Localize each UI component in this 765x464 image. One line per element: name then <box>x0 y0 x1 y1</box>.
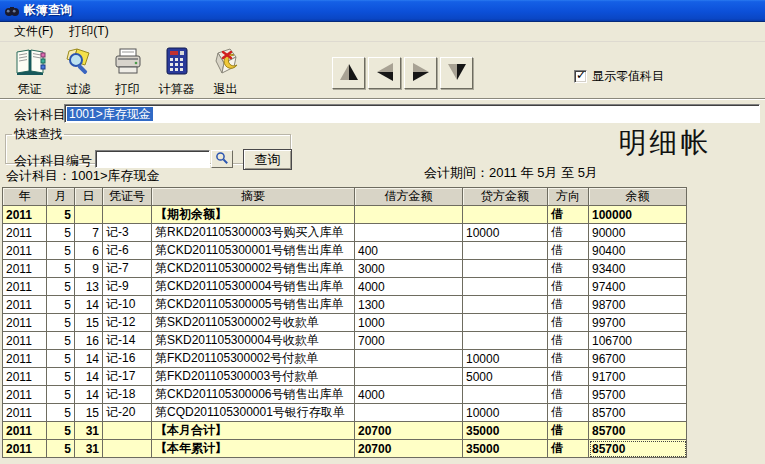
cell-summary[interactable]: 第CKD201105300002号销售出库单 <box>152 260 355 278</box>
filter-button[interactable]: 过滤 <box>55 44 102 96</box>
cell-balance[interactable]: 96700 <box>589 350 687 368</box>
table-row[interactable]: 2011515记-20第CQD201105300001号银行存取单10000借8… <box>3 404 687 422</box>
cell-summary[interactable]: 【期初余额】 <box>152 206 355 224</box>
cell-direction[interactable]: 借 <box>548 368 589 386</box>
cell-summary[interactable]: 第SKD201105300002号收款单 <box>152 314 355 332</box>
cell-day[interactable]: 15 <box>75 314 103 332</box>
cell-month[interactable]: 5 <box>47 332 75 350</box>
cell-balance[interactable]: 85700 <box>589 404 687 422</box>
table-row[interactable]: 2011515记-12第SKD201105300002号收款单1000借9970… <box>3 314 687 332</box>
cell-balance[interactable]: 85700 <box>589 422 687 440</box>
table-row[interactable]: 2011531【本年累计】2070035000借85700 <box>3 440 687 458</box>
cell-year[interactable]: 2011 <box>3 278 47 296</box>
cell-debit[interactable]: 7000 <box>355 332 463 350</box>
cell-summary[interactable]: 第SKD201105300004号收款单 <box>152 332 355 350</box>
cell-credit[interactable] <box>463 278 548 296</box>
cell-year[interactable]: 2011 <box>3 314 47 332</box>
cell-day[interactable]: 14 <box>75 296 103 314</box>
cell-summary[interactable]: 第CQD201105300001号银行存取单 <box>152 404 355 422</box>
cell-direction[interactable]: 借 <box>548 206 589 224</box>
cell-credit[interactable] <box>463 242 548 260</box>
table-row[interactable]: 201157记-3第RKD201105300003号购买入库单10000借900… <box>3 224 687 242</box>
cell-month[interactable]: 5 <box>47 386 75 404</box>
table-row[interactable]: 2011531【本月合计】2070035000借85700 <box>3 422 687 440</box>
cell-summary[interactable]: 第CKD201105300005号销售出库单 <box>152 296 355 314</box>
cell-credit[interactable] <box>463 314 548 332</box>
print-button[interactable]: 打印 <box>104 44 151 96</box>
cell-year[interactable]: 2011 <box>3 350 47 368</box>
cell-balance[interactable]: 91700 <box>589 368 687 386</box>
cell-voucher[interactable]: 记-3 <box>103 224 152 242</box>
cell-day[interactable]: 6 <box>75 242 103 260</box>
cell-voucher[interactable]: 记-17 <box>103 368 152 386</box>
cell-credit[interactable]: 5000 <box>463 368 548 386</box>
lookup-button[interactable] <box>211 150 233 168</box>
table-row[interactable]: 2011514记-17第FKD201105300003号付款单5000借9170… <box>3 368 687 386</box>
cell-voucher[interactable]: 记-18 <box>103 386 152 404</box>
cell-direction[interactable]: 借 <box>548 314 589 332</box>
cell-year[interactable]: 2011 <box>3 242 47 260</box>
cell-debit[interactable]: 20700 <box>355 440 463 458</box>
cell-credit[interactable]: 10000 <box>463 224 548 242</box>
cell-day[interactable] <box>75 206 103 224</box>
cell-day[interactable]: 14 <box>75 386 103 404</box>
table-row[interactable]: 2011516记-14第SKD201105300004号收款单7000借1067… <box>3 332 687 350</box>
cell-debit[interactable]: 20700 <box>355 422 463 440</box>
cell-balance[interactable]: 93400 <box>589 260 687 278</box>
cell-credit[interactable] <box>463 296 548 314</box>
cell-day[interactable]: 14 <box>75 350 103 368</box>
cell-voucher[interactable]: 记-16 <box>103 350 152 368</box>
table-row[interactable]: 2011514记-18第CKD201105300006号销售出库单4000借95… <box>3 386 687 404</box>
cell-voucher[interactable] <box>103 440 152 458</box>
exit-button[interactable]: 退出 <box>202 44 249 96</box>
cell-direction[interactable]: 借 <box>548 386 589 404</box>
voucher-button[interactable]: 凭证 <box>6 44 53 96</box>
cell-debit[interactable] <box>355 224 463 242</box>
cell-summary[interactable]: 第FKD201105300002号付款单 <box>152 350 355 368</box>
cell-summary[interactable]: 第CKD201105300006号销售出库单 <box>152 386 355 404</box>
cell-debit[interactable]: 1000 <box>355 314 463 332</box>
cell-year[interactable]: 2011 <box>3 296 47 314</box>
cell-year[interactable]: 2011 <box>3 260 47 278</box>
cell-direction[interactable]: 借 <box>548 440 589 458</box>
cell-balance[interactable]: 98700 <box>589 296 687 314</box>
cell-day[interactable]: 31 <box>75 440 103 458</box>
cell-voucher[interactable]: 记-10 <box>103 296 152 314</box>
cell-year[interactable]: 2011 <box>3 440 47 458</box>
cell-voucher[interactable] <box>103 422 152 440</box>
cell-balance[interactable]: 85700 <box>589 440 687 458</box>
cell-credit[interactable] <box>463 260 548 278</box>
menu-file[interactable]: 文件(F) <box>6 21 61 42</box>
previous-record-button[interactable] <box>368 57 401 89</box>
cell-year[interactable]: 2011 <box>3 422 47 440</box>
cell-month[interactable]: 5 <box>47 404 75 422</box>
header-balance[interactable]: 余额 <box>589 188 687 206</box>
cell-summary[interactable]: 第CKD201105300004号销售出库单 <box>152 278 355 296</box>
next-record-button[interactable] <box>404 57 437 89</box>
cell-direction[interactable]: 借 <box>548 224 589 242</box>
cell-summary[interactable]: 第CKD201105300001号销售出库单 <box>152 242 355 260</box>
cell-year[interactable]: 2011 <box>3 224 47 242</box>
header-debit[interactable]: 借方金额 <box>355 188 463 206</box>
cell-month[interactable]: 5 <box>47 314 75 332</box>
cell-debit[interactable]: 400 <box>355 242 463 260</box>
cell-debit[interactable] <box>355 206 463 224</box>
cell-voucher[interactable] <box>103 206 152 224</box>
cell-month[interactable]: 5 <box>47 260 75 278</box>
subject-code-input[interactable] <box>95 150 210 168</box>
cell-debit[interactable]: 3000 <box>355 260 463 278</box>
cell-credit[interactable]: 35000 <box>463 422 548 440</box>
cell-credit[interactable] <box>463 206 548 224</box>
cell-direction[interactable]: 借 <box>548 296 589 314</box>
cell-day[interactable]: 13 <box>75 278 103 296</box>
cell-summary[interactable]: 【本年累计】 <box>152 440 355 458</box>
cell-day[interactable]: 7 <box>75 224 103 242</box>
cell-month[interactable]: 5 <box>47 440 75 458</box>
header-month[interactable]: 月 <box>47 188 75 206</box>
cell-day[interactable]: 14 <box>75 368 103 386</box>
cell-credit[interactable] <box>463 386 548 404</box>
cell-direction[interactable]: 借 <box>548 404 589 422</box>
table-row[interactable]: 2011513记-9第CKD201105300004号销售出库单4000借974… <box>3 278 687 296</box>
cell-direction[interactable]: 借 <box>548 242 589 260</box>
first-record-button[interactable] <box>332 57 365 89</box>
